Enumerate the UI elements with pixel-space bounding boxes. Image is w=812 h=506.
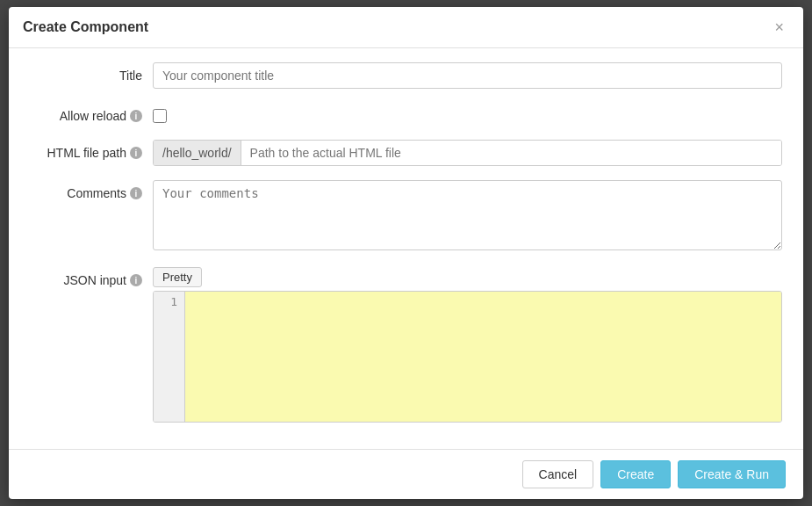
- html-file-path-row: HTML file path i /hello_world/: [30, 140, 782, 166]
- modal-title: Create Component: [23, 19, 148, 35]
- json-textarea[interactable]: [185, 292, 781, 422]
- json-input-info-icon[interactable]: i: [130, 274, 142, 286]
- create-button[interactable]: Create: [600, 460, 671, 488]
- allow-reload-info-icon[interactable]: i: [130, 110, 142, 122]
- json-editor: 1: [153, 291, 782, 423]
- modal-header: Create Component ×: [9, 7, 803, 48]
- html-path-wrap: /hello_world/: [153, 140, 782, 166]
- close-button[interactable]: ×: [769, 18, 789, 37]
- comments-info-icon[interactable]: i: [130, 187, 142, 199]
- html-path-input[interactable]: [241, 141, 781, 165]
- create-component-modal: Create Component × Title Allow reload i: [9, 7, 803, 499]
- comments-label: Comments i: [30, 180, 153, 200]
- html-file-path-label: HTML file path i: [30, 140, 153, 160]
- modal-footer: Cancel Create Create & Run: [9, 449, 803, 499]
- json-pretty-button[interactable]: Pretty: [153, 267, 202, 287]
- modal-body: Title Allow reload i HTML file path i: [9, 48, 803, 449]
- json-input-label: JSON input i: [30, 267, 153, 287]
- allow-reload-label: Allow reload i: [30, 103, 153, 123]
- title-label: Title: [30, 62, 153, 83]
- title-input[interactable]: [153, 62, 782, 89]
- allow-reload-row: Allow reload i: [30, 103, 782, 126]
- create-and-run-button[interactable]: Create & Run: [678, 460, 786, 488]
- html-path-prefix: /hello_world/: [154, 141, 241, 165]
- allow-reload-checkbox[interactable]: [153, 109, 167, 123]
- html-file-path-info-icon[interactable]: i: [130, 147, 142, 159]
- cancel-button[interactable]: Cancel: [522, 460, 594, 488]
- comments-textarea[interactable]: [153, 180, 782, 250]
- title-row: Title: [30, 62, 782, 89]
- json-line-numbers: 1: [154, 292, 185, 422]
- json-input-row: JSON input i Pretty 1: [30, 267, 782, 423]
- comments-row: Comments i: [30, 180, 782, 253]
